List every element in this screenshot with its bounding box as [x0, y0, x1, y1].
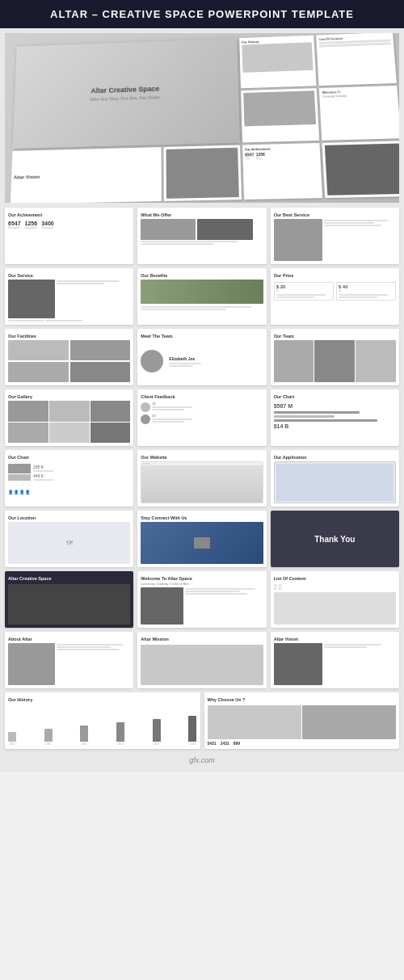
- slide-chart-bar: Our Chart 235 K 449 K 👤👤👤👤: [5, 450, 133, 507]
- slide-title: Our Achivement: [8, 212, 130, 217]
- slide-title: Client Feedback: [141, 394, 263, 399]
- slide-title: Altar Mission: [141, 637, 263, 641]
- slide-title: Altar Vision: [274, 637, 396, 641]
- hero-slide-achiev: Our Achivement 6547Desc 1256Desc: [242, 144, 323, 200]
- hero-slide-r2: [241, 89, 320, 144]
- slide-achievement: Our Achivement 6547Description 1256Descr…: [5, 208, 133, 264]
- watermark: gfx.com: [5, 753, 399, 768]
- slide-title: Our Best Service: [274, 212, 396, 217]
- slide-website: Our Website: [137, 450, 266, 507]
- slide-facilities: Our Facilities: [5, 329, 133, 385]
- chart-val-1: $567 M: [274, 403, 396, 409]
- slide-title: Why Choose Us ?: [208, 697, 397, 702]
- slide-what-we-offer: What We Offer: [137, 208, 266, 264]
- slide-history-2: Our History 2014 2016 2017: [5, 692, 200, 749]
- slide-gallery: Our Gallery: [5, 389, 133, 446]
- slide-title: Our Gallery: [8, 394, 130, 399]
- hero-slide-img1: [163, 145, 241, 201]
- slides-row-8: About Altar Altar Mission: [5, 632, 399, 688]
- slide-title: Welcome To Altar Space: [141, 576, 263, 581]
- slide-stay-connect: Stay Connect With Us: [137, 511, 266, 567]
- slide-title: About Altar: [8, 637, 130, 641]
- team-photos: [274, 340, 396, 382]
- offer-text: [141, 240, 263, 262]
- slides-row-3: Our Facilities Meet The Team Elizabeth J…: [5, 329, 399, 385]
- slide-subtitle: Community, Creativity, Comfort & More: [141, 583, 263, 586]
- achievement-stats: 6547Description 1256Description 3400Desc…: [8, 221, 130, 229]
- slide-title: Our History: [8, 697, 197, 702]
- gallery-grid: [8, 401, 130, 443]
- browser-mockup: [141, 461, 263, 503]
- slide-title: Altar Creative Space: [8, 576, 130, 581]
- app-mockup: [274, 461, 396, 503]
- slide-application: Our Application: [271, 450, 399, 507]
- benefits-image: [141, 280, 263, 304]
- hero-slide-vision: Altar Vision: [11, 148, 162, 203]
- hero-slide-history: Our History: [239, 36, 317, 89]
- slide-title: Stay Connect With Us: [141, 515, 263, 520]
- slide-chart-dollar: Our Chart $567 M $14 B: [271, 389, 399, 446]
- people-icons: 👤👤👤👤: [8, 482, 130, 497]
- slide-title: Our Benefits: [141, 273, 263, 278]
- hero-slide-subtitle: Write Your Story, Your Idea, Your Dream: [90, 95, 159, 103]
- connect-image: [141, 522, 263, 564]
- offer-images: [141, 219, 263, 240]
- slide-benefits: Our Benefits: [137, 268, 266, 325]
- slide-title: List Of Content: [274, 576, 396, 581]
- slide-our-service: Our Service: [5, 268, 133, 325]
- slide-dark-hero: Altar Creative Space: [5, 571, 133, 628]
- slides-row-9: Our History 2014 2016 2017: [5, 692, 399, 749]
- chart-stat-2: 449 K: [33, 473, 53, 478]
- slides-row-6: Our Location 🗺 Stay Connect With Us Than…: [5, 511, 399, 567]
- slide-vision-2: Altar Vision: [271, 632, 399, 688]
- hero-slide-list: List Of Content: [316, 33, 397, 86]
- thankyou-text: Thank You: [314, 535, 355, 544]
- hero-slide-title: Altar Creative Space: [90, 85, 159, 95]
- slide-best-service: Our Best Service: [271, 208, 399, 264]
- slide-mission: Altar Mission: [137, 632, 266, 688]
- slide-title: Our Application: [274, 455, 396, 460]
- page-header: ALTAR – CREATIVE SPACE POWERPOINT TEMPLA…: [0, 0, 404, 28]
- chart-bars: [274, 411, 396, 422]
- slide-why-choose: Why Choose Us ? 5431 2431 899: [204, 692, 400, 749]
- slide-title: Our Chart: [8, 455, 130, 460]
- hero-main-slide: Altar Creative Space Write Your Story, Y…: [12, 39, 239, 149]
- slide-title: Our Chart: [274, 394, 396, 399]
- hero-slide-img2: [322, 141, 399, 198]
- slides-row-1: Our Achivement 6547Description 1256Descr…: [5, 208, 399, 264]
- slide-meet-team: Meet The Team Elizabeth Joe: [137, 329, 266, 385]
- slides-row-4: Our Gallery Client Feedback 1/3: [5, 389, 399, 446]
- chart-stat-1: 235 K: [33, 465, 53, 469]
- chart-val-2: $14 B: [274, 423, 396, 429]
- slides-row-5: Our Chart 235 K 449 K 👤👤👤👤: [5, 450, 399, 507]
- slide-team: Our Team: [271, 329, 399, 385]
- map-placeholder: 🗺: [8, 522, 130, 564]
- slide-title: Our Location: [8, 515, 130, 520]
- why-stats: 5431 2431 899: [208, 741, 397, 746]
- slide-welcome-2: Welcome To Altar Space Community, Creati…: [137, 571, 266, 628]
- slides-container: Altar Creative Space Write Your Story, Y…: [0, 28, 404, 772]
- person-name: Elizabeth Joe: [169, 356, 201, 361]
- slides-row-2: Our Service Our Benefits: [5, 268, 399, 325]
- hero-3d-section: Altar Creative Space Write Your Story, Y…: [5, 33, 399, 203]
- slide-price: Our Price $ 20 /m $ 40 /m: [271, 268, 399, 325]
- header-title: ALTAR – CREATIVE SPACE POWERPOINT TEMPLA…: [50, 8, 354, 20]
- slide-thankyou: Thank You: [271, 511, 399, 567]
- slide-title: Our Team: [274, 334, 396, 339]
- slide-title: Our Website: [141, 455, 263, 460]
- person-photo: [141, 350, 163, 372]
- price-columns: $ 20 /m $ 40 /m: [274, 282, 396, 301]
- slide-title: Our Service: [8, 273, 130, 278]
- slides-row-7: Altar Creative Space Welcome To Altar Sp…: [5, 571, 399, 628]
- hero-slide-r3: Welcome T... Community, Creativity...: [319, 86, 399, 141]
- slide-title: Our Facilities: [8, 334, 130, 339]
- slide-about: About Altar: [5, 632, 133, 688]
- slide-title: Our Price: [274, 273, 396, 278]
- slide-location: Our Location 🗺: [5, 511, 133, 567]
- slide-list-content-2: List Of Content 1/6 2/6 3/6 4/6: [271, 571, 399, 628]
- slide-title: What We Offer: [141, 212, 263, 217]
- slide-feedback: Client Feedback 1/3 2/3: [137, 389, 266, 446]
- slide-title: Meet The Team: [141, 334, 263, 339]
